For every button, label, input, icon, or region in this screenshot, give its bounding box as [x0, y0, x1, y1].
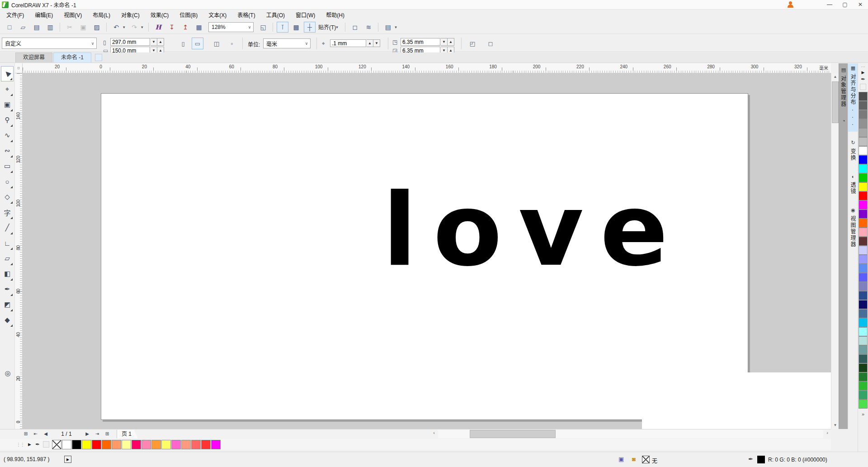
toolbar-options-dropdown[interactable]: ▾	[395, 25, 399, 29]
horizontal-ruler[interactable]: 2002040608010012014016018020022024026028…	[23, 63, 831, 73]
palette-flyout-arrow[interactable]: ▶	[28, 442, 31, 447]
landscape-orientation-button[interactable]: ▭	[192, 38, 203, 49]
color-swatch[interactable]	[122, 440, 131, 449]
color-swatch[interactable]	[191, 440, 201, 449]
page-width-spin-up[interactable]: ▲	[157, 38, 164, 46]
page-preset-combobox[interactable]: 自定义 ∨	[2, 38, 97, 49]
open-button[interactable]: ▱	[17, 22, 29, 33]
duplicate-distance-x-field[interactable]	[401, 38, 440, 46]
polygon-tool[interactable]: ◇	[1, 189, 14, 205]
palette-expand-button[interactable]: »	[862, 411, 864, 417]
color-swatch[interactable]	[859, 164, 868, 173]
color-swatch[interactable]	[859, 191, 868, 200]
menu-item-tools[interactable]: 工具(O)	[261, 10, 290, 20]
color-swatch[interactable]	[859, 372, 868, 381]
show-grid-button[interactable]: ▩	[290, 22, 302, 33]
color-swatch[interactable]	[181, 440, 191, 449]
add-page-button[interactable]: ⊞	[21, 430, 31, 438]
dup-x-spin-down[interactable]: ▼	[441, 38, 448, 46]
welcome-screen-button[interactable]: ≋	[363, 22, 374, 33]
color-swatch[interactable]	[859, 237, 868, 246]
color-swatch[interactable]	[859, 327, 868, 336]
drawing-window[interactable]: love	[23, 73, 831, 429]
color-swatch[interactable]	[859, 228, 868, 237]
previous-page-button[interactable]: ◀	[41, 430, 51, 438]
save-button[interactable]: ▤	[31, 22, 42, 33]
toolbar-options-button[interactable]: ▤	[382, 22, 394, 33]
zoom-level-combobox[interactable]: 128% ∨	[208, 22, 254, 32]
menu-item-text[interactable]: 文本(X)	[203, 10, 232, 20]
copy-properties-button[interactable]: ◻	[485, 38, 496, 49]
horizontal-scroll-track[interactable]	[438, 430, 823, 438]
color-swatch[interactable]	[859, 300, 868, 309]
color-swatch[interactable]	[859, 246, 868, 255]
scroll-right-arrow[interactable]: ›	[824, 430, 831, 435]
redo-dropdown[interactable]: ▾	[141, 25, 146, 29]
artistic-media-tool[interactable]: ∾	[1, 143, 14, 158]
fillet-scallop-button[interactable]: ◰	[467, 38, 478, 49]
menu-item-view[interactable]: 视图(V)	[58, 10, 87, 20]
color-swatch[interactable]	[859, 200, 868, 210]
color-swatch[interactable]	[859, 400, 868, 409]
search-content-button[interactable]: H	[152, 22, 164, 33]
vertical-scrollbar[interactable]: ▲ ▼	[831, 73, 839, 429]
cut-button[interactable]: ✂	[64, 22, 75, 33]
menu-item-object[interactable]: 对象(C)	[116, 10, 145, 20]
color-swatch[interactable]	[151, 440, 161, 449]
color-swatch[interactable]	[859, 155, 868, 164]
next-page-button[interactable]: ▶	[82, 430, 92, 438]
export-button[interactable]: ↥	[179, 22, 191, 33]
color-eyedropper-tool[interactable]: ✒	[1, 281, 14, 297]
color-swatch[interactable]	[859, 345, 868, 354]
no-color-swatch[interactable]	[52, 440, 61, 449]
current-page-button[interactable]: ▫	[226, 38, 238, 49]
units-combobox[interactable]: 毫米 ∨	[263, 38, 311, 48]
palette-drag-handle[interactable]: ⋮⋮	[16, 442, 24, 447]
docker-tab-object-manager[interactable]: 对象管理器	[840, 76, 847, 107]
ruler-origin-corner[interactable]: ⌑	[15, 63, 23, 73]
object-manager-icon[interactable]: ▤	[839, 67, 848, 73]
color-swatch[interactable]	[859, 146, 868, 155]
show-rulers-button[interactable]: ⊺	[277, 22, 288, 33]
ellipse-tool[interactable]: ○	[1, 174, 14, 189]
vertical-ruler[interactable]: 140120100806040200	[15, 73, 23, 429]
color-proof-icon[interactable]: ▣	[618, 456, 624, 462]
maximize-button[interactable]: ▢	[837, 0, 853, 10]
color-swatch[interactable]	[72, 440, 81, 449]
last-page-button[interactable]: ⇥	[92, 430, 102, 438]
page-width-field[interactable]	[110, 38, 150, 46]
docker-collapse-icon[interactable]: ◔	[839, 118, 848, 124]
artistic-text-object[interactable]: love	[382, 180, 684, 280]
eyedropper-icon[interactable]: ✒	[861, 76, 865, 82]
color-swatch[interactable]	[859, 101, 868, 110]
color-swatch[interactable]	[859, 309, 868, 318]
tab-welcome-screen[interactable]: 欢迎屏幕	[15, 52, 52, 62]
outline-color-swatch[interactable]	[757, 456, 765, 463]
new-document-tab-button[interactable]	[95, 54, 102, 61]
pick-tool[interactable]: ▶	[1, 66, 14, 81]
paste-button[interactable]: ▨	[91, 22, 103, 33]
color-swatch[interactable]	[859, 391, 868, 400]
docker-tab-align-distribute[interactable]: ▦对齐与分布...	[848, 63, 858, 132]
minimize-button[interactable]: —	[822, 0, 837, 10]
show-guidelines-button[interactable]: ┼	[304, 22, 316, 33]
undo-dropdown[interactable]: ▾	[123, 25, 127, 29]
rectangle-tool[interactable]: ▭	[1, 158, 14, 174]
color-swatch[interactable]	[859, 128, 868, 137]
docker-tab-view-manager[interactable]: ◉视图管理器	[848, 205, 858, 252]
page-1-tab[interactable]: 页 1	[117, 430, 138, 438]
horizontal-scroll-thumb[interactable]	[470, 430, 556, 438]
color-swatch[interactable]	[92, 440, 101, 449]
undo-button[interactable]: ↶	[110, 22, 122, 33]
transparency-tool[interactable]: ◧	[1, 266, 14, 281]
palette-drag-handle[interactable]: ⋯	[861, 64, 865, 69]
color-swatch[interactable]	[859, 381, 868, 391]
edit-fill-tool[interactable]: ◎	[1, 366, 14, 381]
color-swatch[interactable]	[211, 440, 221, 449]
color-swatch[interactable]	[82, 440, 91, 449]
menu-item-help[interactable]: 帮助(H)	[321, 10, 350, 20]
print-button[interactable]: ▥	[44, 22, 56, 33]
menu-item-window[interactable]: 窗口(W)	[290, 10, 321, 20]
color-swatch[interactable]	[859, 318, 868, 327]
vertical-scroll-thumb[interactable]	[832, 81, 839, 123]
